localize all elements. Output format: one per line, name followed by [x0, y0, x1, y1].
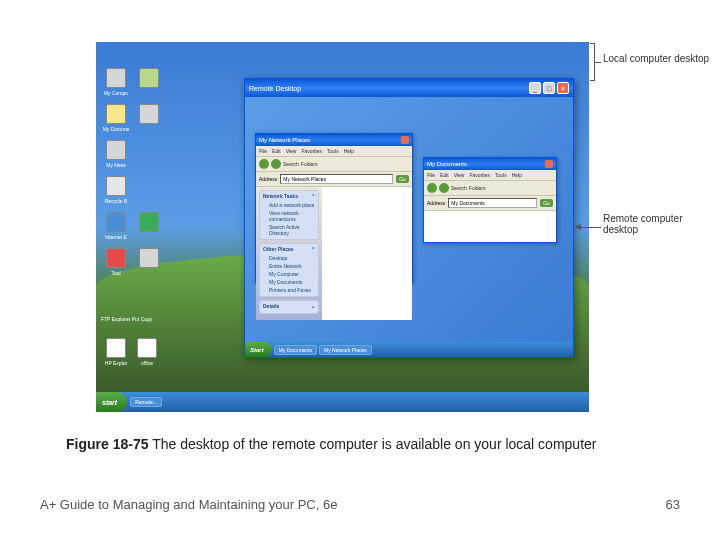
- annotation-local-desktop: Local computer desktop: [603, 53, 709, 64]
- desktop-icon-generic-3[interactable]: [134, 248, 164, 270]
- screenshot-figure: My Compu My Docume My Netw Recycle B Int…: [96, 42, 589, 412]
- maximize-icon[interactable]: □: [543, 82, 555, 94]
- explorer1-tasks-pane: Network Tasks⌃ Add a network place View …: [256, 187, 322, 320]
- explorer-my-documents: My Documents File Edit View Favorites To…: [423, 157, 557, 243]
- local-desktop-wallpaper: My Compu My Docume My Netw Recycle B Int…: [96, 42, 589, 412]
- explorer1-files-pane[interactable]: [322, 187, 412, 320]
- go-button[interactable]: Go: [540, 199, 553, 207]
- figure-caption: Figure 18-75 The desktop of the remote c…: [66, 435, 650, 453]
- close-icon[interactable]: [545, 160, 553, 168]
- explorer2-files-pane[interactable]: [424, 211, 556, 242]
- annotation-connector-remote: [581, 227, 601, 228]
- other-places-header: Other Places: [263, 246, 294, 252]
- explorer1-titlebar[interactable]: My Network Places: [256, 134, 412, 146]
- desktop-icon-office[interactable]: office: [132, 338, 162, 366]
- menu-help[interactable]: Help: [344, 148, 354, 154]
- explorer2-menubar: File Edit View Favorites Tools Help: [424, 170, 556, 181]
- desktop-icon-hp[interactable]: HP Explor: [101, 338, 131, 366]
- place-printers[interactable]: Printers and Faxes: [263, 286, 315, 294]
- toolbar-search[interactable]: Search: [451, 185, 467, 191]
- forward-icon[interactable]: [271, 159, 281, 169]
- toolbar-search[interactable]: Search: [283, 161, 299, 167]
- explorer-network-places: My Network Places File Edit View Favorit…: [255, 133, 413, 283]
- local-taskbar: start Remote...: [96, 392, 589, 412]
- figure-caption-text: The desktop of the remote computer is av…: [152, 436, 596, 452]
- address-input[interactable]: My Network Places: [280, 174, 393, 184]
- arrow-head-remote: [574, 224, 581, 230]
- menu-help[interactable]: Help: [512, 172, 522, 178]
- address-input[interactable]: My Documents: [448, 198, 537, 208]
- explorer1-toolbar: Search Folders: [256, 157, 412, 172]
- task-view-connections[interactable]: View network connections: [263, 209, 315, 223]
- place-desktop[interactable]: Desktop: [263, 254, 315, 262]
- address-label: Address: [427, 200, 445, 206]
- minimize-icon[interactable]: _: [529, 82, 541, 94]
- back-icon[interactable]: [259, 159, 269, 169]
- toolbar-folders[interactable]: Folders: [301, 161, 318, 167]
- go-button[interactable]: Go: [396, 175, 409, 183]
- taskbar-item-remote[interactable]: Remote...: [130, 397, 162, 407]
- expand-icon[interactable]: ⌄: [311, 303, 315, 309]
- remote-desktop-area: My Network Places File Edit View Favorit…: [245, 97, 573, 357]
- menu-edit[interactable]: Edit: [440, 172, 449, 178]
- figure-label: Figure 18-75: [66, 436, 148, 452]
- remote-start-button[interactable]: Start: [245, 342, 272, 357]
- toolbar-folders[interactable]: Folders: [469, 185, 486, 191]
- task-add-network-place[interactable]: Add a network place: [263, 201, 315, 209]
- ftp-label: FTP Explorer Put Copy: [101, 316, 152, 322]
- desktop-icon-my-network[interactable]: My Netw: [101, 140, 131, 168]
- menu-view[interactable]: View: [286, 148, 297, 154]
- remote-window-title: Remote Desktop: [249, 85, 301, 92]
- start-label: Start: [250, 347, 264, 353]
- forward-icon[interactable]: [439, 183, 449, 193]
- explorer2-title-text: My Documents: [427, 161, 467, 167]
- desktop-icon-generic-1[interactable]: [134, 68, 164, 90]
- explorer1-body: Network Tasks⌃ Add a network place View …: [256, 187, 412, 320]
- menu-file[interactable]: File: [427, 172, 435, 178]
- place-entire-network[interactable]: Entire Network: [263, 262, 315, 270]
- start-label: start: [102, 399, 117, 406]
- close-icon[interactable]: ×: [557, 82, 569, 94]
- desktop-icon-generic-2[interactable]: [134, 104, 164, 126]
- desktop-icon-b[interactable]: [134, 212, 164, 234]
- desktop-icon-my-documents[interactable]: My Docume: [101, 104, 131, 132]
- place-my-computer[interactable]: My Computer: [263, 270, 315, 278]
- explorer1-addressbar: Address My Network Places Go: [256, 172, 412, 187]
- desktop-icon-tool[interactable]: Tool: [101, 248, 131, 276]
- address-label: Address: [259, 176, 277, 182]
- desktop-icon-ie[interactable]: Internet E: [101, 212, 131, 240]
- menu-tools[interactable]: Tools: [327, 148, 339, 154]
- slide-footer: A+ Guide to Managing and Maintaining you…: [40, 497, 680, 512]
- local-start-button[interactable]: start: [96, 392, 127, 412]
- collapse-icon[interactable]: ⌃: [311, 193, 315, 199]
- explorer2-addressbar: Address My Documents Go: [424, 196, 556, 211]
- taskbar-item-my-network-places[interactable]: My Network Places: [319, 345, 372, 355]
- menu-favorites[interactable]: Favorites: [469, 172, 490, 178]
- annotation-remote-desktop: Remote computer desktop: [603, 213, 720, 235]
- task-search-ad[interactable]: Search Active Directory: [263, 223, 315, 237]
- menu-tools[interactable]: Tools: [495, 172, 507, 178]
- taskbar-item-my-documents[interactable]: My Documents: [274, 345, 317, 355]
- desktop-icon-recycle-bin[interactable]: Recycle B: [101, 176, 131, 204]
- collapse-icon[interactable]: ⌃: [311, 246, 315, 252]
- annotation-connector-local: [595, 62, 601, 63]
- menu-file[interactable]: File: [259, 148, 267, 154]
- remote-taskbar: Start My Documents My Network Places: [245, 342, 573, 357]
- back-icon[interactable]: [427, 183, 437, 193]
- explorer2-titlebar[interactable]: My Documents: [424, 158, 556, 170]
- close-icon[interactable]: [401, 136, 409, 144]
- menu-favorites[interactable]: Favorites: [301, 148, 322, 154]
- remote-desktop-window: Remote Desktop _ □ × My Network Places: [244, 78, 574, 358]
- book-title: A+ Guide to Managing and Maintaining you…: [40, 497, 337, 512]
- remote-titlebar[interactable]: Remote Desktop _ □ ×: [245, 79, 573, 97]
- explorer2-toolbar: Search Folders: [424, 181, 556, 196]
- remote-window-controls: _ □ ×: [529, 82, 569, 94]
- explorer1-menubar: File Edit View Favorites Tools Help: [256, 146, 412, 157]
- menu-view[interactable]: View: [454, 172, 465, 178]
- page-number: 63: [666, 497, 680, 512]
- network-tasks-header: Network Tasks: [263, 193, 298, 199]
- place-my-documents[interactable]: My Documents: [263, 278, 315, 286]
- desktop-icon-my-computer[interactable]: My Compu: [101, 68, 131, 96]
- network-tasks-section: Network Tasks⌃ Add a network place View …: [259, 190, 319, 240]
- menu-edit[interactable]: Edit: [272, 148, 281, 154]
